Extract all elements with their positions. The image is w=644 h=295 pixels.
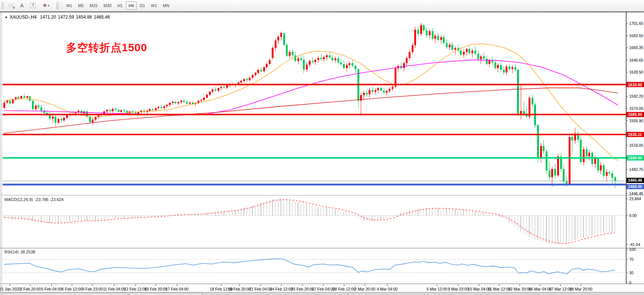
candle-body <box>449 45 451 47</box>
timeframe-m5-button[interactable]: M5 <box>75 1 86 10</box>
candle-body <box>557 156 559 175</box>
candle-body <box>437 36 439 40</box>
candle-body <box>209 92 211 95</box>
candle-body <box>331 58 333 60</box>
candle-body <box>460 51 462 55</box>
candle-body <box>366 93 368 94</box>
candle-body <box>529 98 530 116</box>
label-tool-button[interactable]: T <box>27 1 39 10</box>
candle-body <box>423 25 425 30</box>
timeframe-d1-button[interactable]: D1 <box>137 1 148 10</box>
candle-body <box>600 165 602 171</box>
candle-body <box>420 25 422 34</box>
price-axis-tick: 1555.90 <box>629 119 643 123</box>
candle-body <box>392 87 393 89</box>
time-axis-label: 21 Feb 04:00 <box>249 287 272 291</box>
candle-body <box>414 30 416 45</box>
timeframe-mn-button[interactable]: MN <box>160 1 172 10</box>
candle-body <box>314 60 316 62</box>
timeframe-h4-button[interactable]: H4 <box>126 1 136 10</box>
chart-tab-bar <box>0 292 644 295</box>
candle-body <box>280 33 282 37</box>
time-axis-label: 2 Mar 20:00 <box>354 287 375 291</box>
timeframe-h1-button[interactable]: H1 <box>115 1 125 10</box>
candle-body <box>468 49 470 53</box>
candle-body <box>540 146 542 159</box>
candle-body <box>120 110 122 112</box>
candle-body <box>200 100 202 101</box>
candle-body <box>212 90 213 92</box>
candle-body <box>243 79 245 81</box>
time-axis-label: 12 Feb 12:00 <box>124 287 147 291</box>
candle-body <box>549 171 550 177</box>
time-axis-label: 8 Mar 23:00 <box>448 287 469 291</box>
chart-window: 23.8640.00-41.54100703001701.651683.5016… <box>0 12 644 295</box>
timeframe-m1-button[interactable]: M1 <box>64 1 75 10</box>
shapes-icon: ❖ <box>43 3 47 8</box>
candle-body <box>474 51 476 54</box>
timeframe-w1-button[interactable]: W1 <box>148 1 160 10</box>
macd-axis-tick: -41.54 <box>629 242 640 247</box>
time-axis-label: 11 Feb 04:00 <box>103 287 125 291</box>
candle-body <box>106 110 108 111</box>
candle-body <box>588 153 590 157</box>
candle-body <box>346 65 348 68</box>
candle-body <box>454 48 456 50</box>
timeframe-m30-button[interactable]: M30 <box>101 1 114 10</box>
time-axis-label: 27 Feb 04:00 <box>312 287 335 291</box>
rsi-axis-tick: 70 <box>629 257 634 262</box>
price-label-1535.11: 1535.11 <box>627 132 644 137</box>
candle-body <box>300 58 302 60</box>
candle-body <box>446 43 448 47</box>
shapes-tool-button[interactable]: ❖ ▾ <box>39 1 53 10</box>
candle-body <box>255 73 256 75</box>
candle-body <box>417 30 419 34</box>
toolbar-grip2[interactable] <box>56 2 59 9</box>
candle-body <box>152 109 154 110</box>
candle-body <box>554 169 556 175</box>
candle-body <box>189 103 191 104</box>
candle-body <box>317 58 319 60</box>
time-axis-label: 19 Feb 20:00 <box>228 287 251 291</box>
candle-body <box>266 64 268 67</box>
timeframe-m15-button[interactable]: M15 <box>87 1 100 10</box>
candle-body <box>180 101 182 102</box>
price-label-1500.00: 1500.00 <box>627 155 644 161</box>
candle-body <box>37 106 39 107</box>
candle-body <box>183 101 185 102</box>
candle-body <box>440 37 442 40</box>
candle-body <box>611 173 613 178</box>
candle-body <box>497 65 499 68</box>
candle-body <box>26 96 28 98</box>
candle-body <box>3 103 5 108</box>
text-tool-button[interactable]: A <box>16 1 27 10</box>
candle-body <box>58 119 59 123</box>
candle-body <box>118 110 120 112</box>
candle-body <box>286 45 288 56</box>
candle-body <box>523 111 525 114</box>
candle-body <box>306 65 308 69</box>
toolbar-grip[interactable] <box>1 2 4 9</box>
candle-body <box>563 169 565 181</box>
candle-body <box>35 106 37 109</box>
candle-body <box>277 37 279 40</box>
candle-body <box>471 51 473 53</box>
candle-body <box>380 88 382 90</box>
chart-tab[interactable] <box>129 293 202 295</box>
candle-body <box>337 58 339 63</box>
candle-body <box>491 61 493 62</box>
price-label-1610.00: 1610.00 <box>627 82 644 87</box>
chart-canvas[interactable]: 23.8640.00-41.54100703001701.651683.5016… <box>0 12 644 295</box>
time-axis-label: 17 Mar 12:00 <box>549 287 572 291</box>
svg-text:1460.00: 1460.00 <box>628 184 642 189</box>
chart-tab[interactable] <box>2 293 128 295</box>
price-axis-tick: 1665.35 <box>629 45 643 50</box>
fibo-grid-icon: F <box>8 3 14 8</box>
candle-body <box>283 33 285 45</box>
candle-body <box>369 90 370 95</box>
candle-body <box>323 57 325 59</box>
candle-body <box>608 172 610 174</box>
rsi-axis-tick: 30 <box>629 270 634 275</box>
fibo-grid-tool-button[interactable]: F <box>5 1 16 10</box>
price-axis-tick: 1628.50 <box>629 70 643 74</box>
